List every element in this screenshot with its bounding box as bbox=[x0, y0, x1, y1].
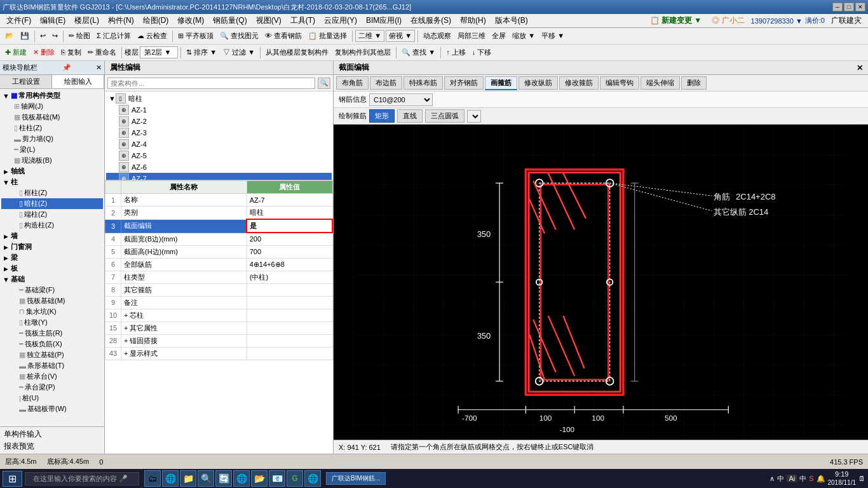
tb-pan[interactable]: 平移 ▼ bbox=[539, 30, 567, 42]
close-button[interactable]: ✕ bbox=[855, 3, 865, 11]
maximize-button[interactable]: □ bbox=[844, 3, 854, 11]
tray-ai[interactable]: Ai bbox=[787, 475, 797, 482]
prop-name-value[interactable]: AZ-7 bbox=[247, 194, 332, 207]
tree-section-column[interactable]: ▼柱 bbox=[1, 177, 103, 187]
minimize-button[interactable]: ─ bbox=[832, 3, 843, 11]
tb-move-up[interactable]: ↑ 上移 bbox=[444, 46, 468, 58]
menu-draw[interactable]: 绘图(D) bbox=[139, 14, 173, 27]
tree-section-axis[interactable]: ►轴线 bbox=[1, 166, 103, 177]
dtool-arc[interactable]: 三点圆弧 bbox=[425, 109, 465, 123]
tree-section-beam[interactable]: ►梁 bbox=[1, 252, 103, 263]
tree-section-plate[interactable]: ►板 bbox=[1, 263, 103, 274]
tree-item-col[interactable]: ▯ 柱柱(Z) bbox=[1, 123, 103, 133]
tb-copy-from-floor[interactable]: 从其他楼层复制构件 bbox=[263, 46, 331, 58]
comp-az4[interactable]: ⊕ AZ-4 bbox=[106, 139, 332, 150]
tb-view-steel[interactable]: 👁 查看钢筋 bbox=[262, 30, 304, 42]
menu-layer[interactable]: 楼层(L) bbox=[71, 14, 103, 27]
nav-single-input[interactable]: 单构件输入 bbox=[3, 428, 102, 440]
tb-fullscreen[interactable]: 全屏 bbox=[489, 30, 508, 42]
build-btn[interactable]: 广联建灾 bbox=[827, 14, 865, 27]
tree-item-found-raft[interactable]: ▦ 筏板基础(M) bbox=[1, 295, 103, 306]
dtool-line[interactable]: 直线 bbox=[397, 109, 423, 123]
tb-batch-select[interactable]: 📋 批量选择 bbox=[306, 30, 349, 42]
taskbar-app-web[interactable]: 🌐 bbox=[304, 470, 321, 487]
tb-move-down[interactable]: ↓ 下移 bbox=[470, 46, 494, 58]
menu-version[interactable]: 版本号(B) bbox=[491, 14, 532, 27]
prop-width-value[interactable]: 200 bbox=[247, 233, 332, 245]
tree-item-cap-beam[interactable]: ━ 承台梁(P) bbox=[1, 382, 103, 393]
prop-display-label[interactable]: + 显示样式 bbox=[121, 347, 247, 360]
prop-type-value[interactable]: 暗柱 bbox=[247, 207, 332, 220]
tree-item-ind-found[interactable]: ▦ 独立基础(P) bbox=[1, 349, 103, 360]
menu-tools[interactable]: 工具(T) bbox=[287, 14, 319, 27]
tray-bell[interactable]: 🔔 bbox=[817, 475, 825, 483]
stab-extend[interactable]: 端头伸缩 bbox=[641, 76, 680, 90]
tree-item-pile-cap[interactable]: ▦ 桩承台(V) bbox=[1, 371, 103, 382]
tree-item-strip-found[interactable]: ▬ 条形基础(T) bbox=[1, 360, 103, 371]
tb-rename[interactable]: ✏ 重命名 bbox=[85, 46, 119, 58]
prop-coltype-value[interactable]: (中柱) bbox=[247, 271, 332, 283]
tree-item-shearwall[interactable]: ▬ 剪力墙(Q) bbox=[1, 133, 103, 144]
tb-delete[interactable]: ✕ 删除 bbox=[31, 46, 57, 58]
menu-bim[interactable]: BIM应用(l) bbox=[362, 14, 405, 27]
clock-display[interactable]: 9:19 2018/11/1 bbox=[828, 470, 857, 486]
tree-item-dark-col[interactable]: ▯ 暗柱(Z) bbox=[1, 198, 103, 209]
tb-redo[interactable]: ↪ bbox=[50, 30, 60, 41]
taskbar-app-search[interactable]: 🔍 bbox=[198, 470, 214, 487]
tb-filter[interactable]: ▽ 过滤 ▼ bbox=[220, 46, 257, 58]
nav-tab-draw[interactable]: 绘图输入 bbox=[52, 75, 104, 88]
prop-section-value[interactable]: 是 bbox=[247, 219, 332, 233]
comp-az5[interactable]: ⊕ AZ-5 bbox=[106, 150, 332, 161]
prop-row-section[interactable]: 3 截面编辑 是 bbox=[105, 219, 333, 233]
tree-item-frame-col[interactable]: ▯ 框柱(Z) bbox=[1, 187, 103, 198]
tb-copy-to-floor[interactable]: 复制构件到其他层 bbox=[332, 46, 393, 58]
stab-delete[interactable]: 删除 bbox=[681, 76, 707, 90]
prop-core-label[interactable]: + 芯柱 bbox=[121, 309, 247, 322]
tb-open[interactable]: 📂 bbox=[3, 30, 17, 41]
search-box[interactable]: 在这里输入你要搜索的内容 🎤 bbox=[25, 472, 139, 485]
nav-tab-project[interactable]: 工程设置 bbox=[0, 75, 52, 88]
comp-az7[interactable]: ⊕ AZ-7 bbox=[106, 173, 332, 180]
tree-item-found-beam[interactable]: ━ 基础梁(F) bbox=[1, 285, 103, 295]
start-button[interactable]: ⊞ bbox=[3, 471, 22, 487]
tree-section-wall[interactable]: ►墙 bbox=[1, 231, 103, 241]
tb-sort[interactable]: ⇅ 排序 ▼ bbox=[184, 46, 219, 58]
tb-copy[interactable]: ⎘ 复制 bbox=[58, 46, 84, 58]
prop-rebar-value[interactable]: 4⊕14+6⊕8 bbox=[247, 258, 332, 271]
tree-section-foundation[interactable]: ▼基础 bbox=[1, 274, 103, 285]
stab-special[interactable]: 特殊布筋 bbox=[403, 76, 443, 90]
nav-report[interactable]: 报表预览 bbox=[3, 440, 102, 452]
prop-note-value[interactable] bbox=[247, 296, 332, 309]
comp-az6[interactable]: ⊕ AZ-6 bbox=[106, 161, 332, 173]
floor-select[interactable]: 第2层 ▼ bbox=[140, 46, 178, 58]
menu-component[interactable]: 构件(N) bbox=[104, 14, 138, 27]
nav-pin[interactable]: 📌 bbox=[62, 64, 71, 72]
tree-section-common[interactable]: ▼▦常用构件类型 bbox=[1, 90, 103, 101]
taskbar-app-g[interactable]: G bbox=[287, 470, 303, 487]
tb-preview[interactable]: 俯视 ▼ bbox=[386, 30, 415, 42]
tb-calc[interactable]: Σ 汇总计算 bbox=[94, 30, 133, 42]
tree-item-pile[interactable]: | 桩(U) bbox=[1, 393, 103, 403]
comp-az3[interactable]: ⊕ AZ-3 bbox=[106, 127, 332, 139]
tree-item-raft[interactable]: ▦ 筏板基础(M) bbox=[1, 112, 103, 123]
stab-mod-stir[interactable]: 修改箍筋 bbox=[559, 76, 599, 90]
prop-other-label[interactable]: + 其它属性 bbox=[121, 322, 247, 334]
tray-s[interactable]: S bbox=[809, 475, 813, 482]
brand-btn[interactable]: ◎ 广小二 bbox=[708, 14, 748, 27]
tb-query[interactable]: 🔍 查找 ▼ bbox=[399, 46, 438, 58]
tb-level-plate[interactable]: ⊞ 平齐板顶 bbox=[175, 30, 216, 42]
canvas-drawing-area[interactable]: 350 350 -700 100 100 bbox=[334, 125, 868, 440]
nav-close[interactable]: ✕ bbox=[96, 64, 102, 72]
tb-save[interactable]: 💾 bbox=[18, 30, 32, 41]
tray-zh[interactable]: 中 bbox=[799, 474, 806, 484]
stab-stirrup[interactable]: 画箍筋 bbox=[485, 76, 517, 90]
tree-item-raft-main[interactable]: ━ 筏板主筋(R) bbox=[1, 328, 103, 339]
tree-item-col-cap[interactable]: ▯ 柱墩(Y) bbox=[1, 317, 103, 328]
prop-stirrup-value[interactable] bbox=[247, 283, 332, 296]
tree-item-beam[interactable]: ━ 梁(L) bbox=[1, 144, 103, 155]
stab-edge[interactable]: 布边筋 bbox=[370, 76, 402, 90]
tb-local3d[interactable]: 局部三维 bbox=[455, 30, 488, 42]
menu-modify[interactable]: 修改(M) bbox=[173, 14, 208, 27]
menu-help[interactable]: 帮助(H) bbox=[456, 14, 490, 27]
tree-item-end-col[interactable]: ▯ 端柱(Z) bbox=[1, 209, 103, 220]
